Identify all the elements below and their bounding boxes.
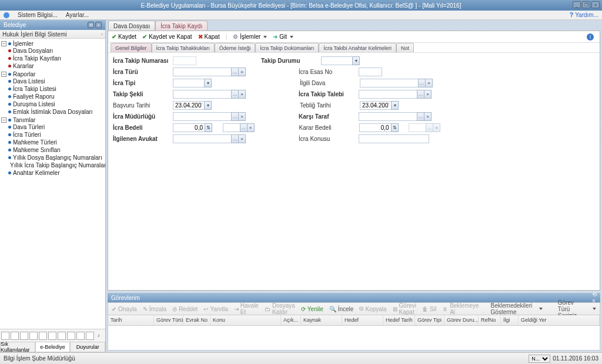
thumb-button[interactable] <box>11 332 19 340</box>
col-kaynak[interactable]: Kaynak <box>301 315 342 325</box>
input-karsi-taraf[interactable] <box>359 112 417 121</box>
input-takip-durumu[interactable] <box>321 56 353 65</box>
tree-collapse-button[interactable]: ‹ <box>101 31 103 37</box>
input-takip-sekli[interactable] <box>173 90 232 99</box>
help-icon[interactable]: ! <box>587 33 594 41</box>
kaydet-ve-kapat-button[interactable]: ✔Kaydet ve Kapat <box>142 33 192 40</box>
tree-node-dava-listesi[interactable]: Dava Listesi <box>8 78 105 85</box>
input-ilgilenen-avukat[interactable] <box>173 134 232 143</box>
dropdown-button[interactable]: ▾ <box>352 56 360 65</box>
beklemeye-al-button[interactable]: ⏸ Beklemeye Al <box>442 302 479 315</box>
input-icra-tipi[interactable] <box>173 79 205 87</box>
tree-node-mahkeme-turleri[interactable]: Mahkeme Türleri <box>8 139 105 146</box>
col-geldigi-yer[interactable]: Geldiği Yer <box>519 315 600 325</box>
restore-button[interactable]: ❐ <box>582 1 590 8</box>
expand-icon[interactable]: − <box>1 72 6 77</box>
incele-button[interactable]: 🔍 İncele <box>329 306 354 312</box>
tree-node-anahtar-kelimeler[interactable]: Anahtar Kelimeler <box>8 170 105 176</box>
clear-button[interactable]: × <box>247 123 255 132</box>
col-gorev-turu[interactable]: Görev Türü <box>154 315 183 325</box>
imzala-button[interactable]: ✎ İmzala <box>143 306 166 312</box>
close-button[interactable]: × <box>591 1 600 8</box>
minimize-button[interactable]: _ <box>573 1 581 8</box>
clear-button[interactable]: × <box>424 112 432 121</box>
gorev-pin-button[interactable]: ⟲ <box>592 291 597 298</box>
kopyala-button[interactable]: ⧉ Kopyala <box>359 305 386 312</box>
yenile-button[interactable]: ⟳ Yenile <box>301 306 323 312</box>
thumb-button[interactable] <box>76 332 85 340</box>
input-icra-bedeli[interactable] <box>173 123 205 132</box>
tab-icra-takip-kaydi[interactable]: İcra Takip Kaydı <box>155 21 208 31</box>
thumb-button[interactable] <box>58 332 66 340</box>
status-select[interactable]: N... <box>529 355 550 363</box>
tree-node-yillik-icra-numaralari[interactable]: Yıllık İcra Takip Başlangıç Numaraları <box>8 162 105 168</box>
tab-dava-dosyasi[interactable]: Dava Dosyası <box>108 21 155 31</box>
gorevi-kapat-button[interactable]: ⊠ Görevi Kapat <box>393 302 416 315</box>
thumb-button[interactable] <box>48 332 56 340</box>
col-acik[interactable]: Açık... <box>281 315 301 325</box>
col-refno[interactable]: RefNo <box>479 315 501 325</box>
input-icra-takip-talebi[interactable] <box>359 90 417 99</box>
col-ilgi[interactable]: İlgi <box>501 315 519 325</box>
input-icra-esas-no[interactable] <box>359 68 382 76</box>
menu-ayarlar[interactable]: Ayarlar... <box>66 12 89 18</box>
subtab-odeme-istegi[interactable]: Ödeme İsteği <box>215 43 256 52</box>
col-hedef[interactable]: Hedef <box>342 315 383 325</box>
subtab-tahakkuklari[interactable]: İcra Takip Tahakkukları <box>152 43 215 52</box>
subtab-dokumanlari[interactable]: İcra Takip Dokümanları <box>255 43 319 52</box>
sidebar-tab-duyurular[interactable]: Duyurular <box>70 342 105 352</box>
tree-node-tanimlar[interactable]: −Tanımlar <box>1 117 105 123</box>
tree-node-yillik-dosya-numaralari[interactable]: Yıllık Dosya Başlangıç Numaraları <box>8 154 105 161</box>
dosyaya-kaldir-button[interactable]: 🗀 Dosyaya Kaldır <box>265 302 295 315</box>
kaydet-button[interactable]: ✔Kaydet <box>112 33 136 40</box>
input-karar-bedeli[interactable] <box>359 123 392 132</box>
tree-node-emlak-istimlak[interactable]: Emlak İstimlak Dava Dosyaları <box>8 109 105 115</box>
subtab-anahtar-kelimeleri[interactable]: İcra Takibi Anahtar Kelimeleri <box>319 43 396 52</box>
input-teblig-tarihi[interactable] <box>360 101 392 110</box>
col-konu[interactable]: Konu <box>210 315 281 325</box>
thumb-button[interactable] <box>39 332 47 340</box>
clear-button[interactable]: × <box>238 90 246 99</box>
gorev-filter1-label[interactable]: Beklemedekileri Gösterme <box>491 302 533 315</box>
clear-button[interactable]: × <box>238 112 246 121</box>
tree-node-dava-turleri[interactable]: Dava Türleri <box>8 124 105 130</box>
tree-node-durusma-listesi[interactable]: Duruşma Listesi <box>8 101 105 107</box>
clear-button[interactable]: × <box>424 90 432 99</box>
col-hedef-tarih[interactable]: Hedef Tarih <box>383 315 415 325</box>
col-tarih[interactable]: Tarih <box>108 315 154 325</box>
tree-node-faaliyet-raporu[interactable]: Faaliyet Raporu <box>8 93 105 100</box>
thumb-button[interactable] <box>86 332 94 340</box>
tree-node-raporlar[interactable]: −Raporlar <box>1 71 105 77</box>
date-button[interactable]: ▾ <box>204 101 212 110</box>
input-basvuru-tarihi[interactable] <box>173 101 205 110</box>
sidebar-pin-button[interactable]: ⟲ <box>88 22 94 28</box>
tree-node-icra-takip-listesi[interactable]: İcra Takip Listesi <box>8 86 105 92</box>
tree-node-icra-takip-kayitlari[interactable]: İcra Takip Kayıtları <box>8 55 105 62</box>
clear-button[interactable]: × <box>425 79 433 87</box>
input-icra-takip-no[interactable] <box>173 56 196 65</box>
subtab-genel-bilgiler[interactable]: Genel Bilgiler <box>111 43 152 52</box>
menu-yardim[interactable]: ?Yardım... <box>570 12 598 18</box>
tree-node-icra-turleri[interactable]: İcra Türleri <box>8 132 105 138</box>
clear-button[interactable]: × <box>238 68 246 76</box>
havale-et-button[interactable]: ⇥ Havale Et <box>234 302 259 315</box>
col-evrak-no[interactable]: Evrak No <box>183 315 210 325</box>
reddet-button[interactable]: ⊘ Reddet <box>172 306 198 312</box>
subtab-not[interactable]: Not <box>396 43 414 52</box>
expand-icon[interactable]: − <box>1 117 6 123</box>
tree-node-kararlar[interactable]: Kararlar <box>8 63 105 69</box>
input-icra-bedeli-currency[interactable] <box>223 123 240 132</box>
sil-button[interactable]: 🗑 Sil <box>422 306 436 312</box>
thumb-button[interactable] <box>20 332 28 340</box>
dropdown-button[interactable]: ▾ <box>204 79 212 87</box>
input-icra-konusu[interactable] <box>359 134 429 143</box>
tree-node-dava-dosyalari[interactable]: Dava Dosyaları <box>8 48 105 54</box>
tree-node-mahkeme-siniflari[interactable]: Mahkeme Sınıfları <box>8 147 105 153</box>
spinner-button[interactable]: ⇅ <box>205 123 212 132</box>
islemler-dropdown[interactable]: ⚙İşlemler <box>233 33 267 40</box>
onayla-button[interactable]: ✔ Onayla <box>112 306 137 312</box>
thumb-button[interactable] <box>29 332 38 340</box>
spinner-button[interactable]: ⇅ <box>391 123 399 132</box>
col-gorev-tipi[interactable]: Görev Tipi <box>415 315 444 325</box>
sidebar-tab-sik[interactable]: Sık Kullanılanlar <box>0 342 35 352</box>
